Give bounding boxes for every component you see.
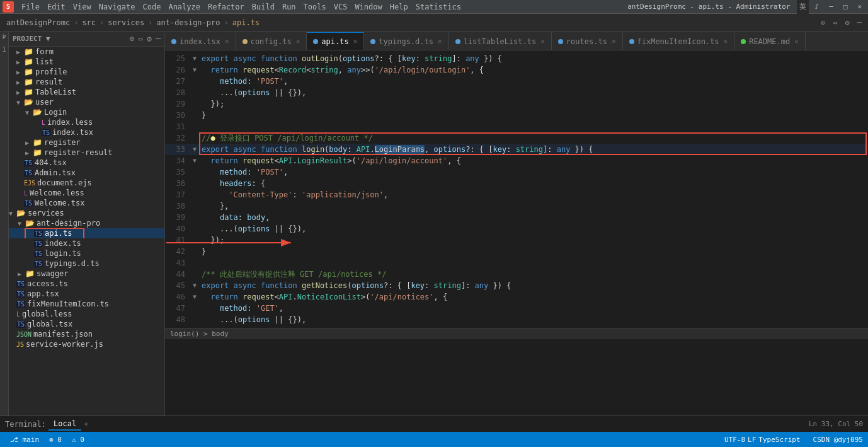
tab-close[interactable]: ✕ [794, 37, 799, 45]
breadcrumb-project[interactable]: antDesignPromc [5, 18, 71, 27]
breadcrumb-current[interactable]: api.ts [231, 18, 261, 27]
sidebar-action-settings[interactable]: ⚙ [147, 34, 152, 44]
tree-item[interactable]: ▶ TS fixMenuItemIcon.ts [9, 299, 164, 309]
tree-item-services[interactable]: ▼ 📂 services [9, 208, 164, 218]
right-icon-1[interactable]: 英 [797, 0, 809, 15]
tree-item[interactable]: ▶ TS index.tsx [9, 127, 164, 137]
folder-icon: 📂 [24, 98, 33, 107]
tree-item[interactable]: ▶ TS access.ts [9, 279, 164, 289]
breadcrumb-action-2[interactable]: ⇔ [831, 18, 838, 27]
code-line-43: 43 [165, 257, 868, 269]
breadcrumb-src[interactable]: src [81, 18, 97, 27]
breadcrumb-action-1[interactable]: ⊕ [819, 18, 826, 27]
tree-item[interactable]: ▶ JS service-worker.js [9, 339, 164, 349]
tree-item[interactable]: ▶ 📁 list [9, 57, 164, 67]
tree-item[interactable]: ▶ JSON manifest.json [9, 329, 164, 339]
tab-fix-menu[interactable]: fixMenuItemIcon.ts ✕ [623, 32, 735, 50]
menu-refactor[interactable]: Refactor [204, 0, 248, 14]
menu-tools[interactable]: Tools [300, 0, 330, 14]
status-csdn: CSDN @dyj095 [813, 436, 863, 444]
activity-1[interactable]: 1 [2, 45, 6, 54]
right-icon-minimize[interactable]: ─ [825, 0, 837, 14]
tab-close[interactable]: ✕ [296, 37, 300, 45]
tab-config-ts[interactable]: config.ts ✕ [236, 32, 307, 50]
tree-item[interactable]: ▶ 📁 register [9, 137, 164, 148]
menu-vcs[interactable]: VCS [330, 0, 351, 14]
tab-api-ts[interactable]: api.ts ✕ [307, 32, 364, 50]
menu-build[interactable]: Build [248, 0, 278, 14]
tree-item[interactable]: ▶ TS Admin.tsx [9, 168, 164, 178]
menu-analyze[interactable]: Analyze [164, 0, 204, 14]
menu-navigate[interactable]: Navigate [95, 0, 139, 14]
tree-item[interactable]: ▶ TS app.tsx [9, 289, 164, 299]
tree-label: app.tsx [27, 289, 59, 298]
menu-code[interactable]: Code [139, 0, 165, 14]
right-icon-close[interactable]: ✕ [854, 0, 865, 14]
tab-close[interactable]: ✕ [612, 37, 616, 45]
tree-item[interactable]: ▼ 📂 Login [9, 107, 164, 117]
tree-item[interactable]: ▶ TS index.ts [9, 238, 164, 248]
tab-close[interactable]: ✕ [724, 37, 728, 45]
sidebar-action-close[interactable]: ─ [156, 34, 161, 44]
code-line-39: 39 data: body, [165, 212, 868, 223]
tree-item[interactable]: ▶ L global.less [9, 309, 164, 319]
tree-item[interactable]: ▶ EJS document.ejs [9, 178, 164, 188]
right-icon-maximize[interactable]: □ [840, 0, 852, 14]
sidebar-action-locate[interactable]: ⊕ [130, 34, 135, 44]
menu-statistics[interactable]: Statistics [412, 0, 465, 14]
sidebar-actions: ⊕ ⇔ ⚙ ─ [130, 34, 161, 44]
tree-item[interactable]: ▶ TS login.ts [9, 248, 164, 258]
code-editor[interactable]: 25 ▼ export async function outLogin(opti… [165, 50, 868, 415]
menu-window[interactable]: Window [351, 0, 385, 14]
tab-close[interactable]: ✕ [540, 37, 545, 45]
terminal-ln-col: Ln 33, Col 50 [809, 420, 863, 428]
tree-item-ant-design-pro[interactable]: ▼ 📂 ant-design-pro [9, 218, 164, 228]
tree-item[interactable]: ▶ L Welcome.less [9, 188, 164, 198]
menu-edit[interactable]: Edit [43, 0, 69, 14]
tree-item-swagger[interactable]: ▶ 📁 swagger [9, 269, 164, 279]
tree-item[interactable]: ▶ 📁 form [9, 47, 164, 57]
tab-close[interactable]: ✕ [353, 37, 358, 45]
tab-close[interactable]: ✕ [438, 37, 442, 45]
status-encoding[interactable]: UTF-8 [724, 436, 745, 444]
tree-item[interactable]: ▶ 📁 TableList [9, 87, 164, 97]
sidebar-header: Project ▼ ⊕ ⇔ ⚙ ─ [9, 32, 164, 47]
tab-routes[interactable]: routes.ts ✕ [552, 32, 623, 50]
tab-close[interactable]: ✕ [225, 37, 229, 45]
tree-item[interactable]: ▶ 📁 result [9, 77, 164, 87]
tab-readme[interactable]: README.md ✕ [734, 32, 806, 50]
breadcrumb-ant-design-pro[interactable]: ant-design-pro [155, 18, 221, 27]
tree-item[interactable]: ▶ L index.less [9, 117, 164, 127]
breadcrumb-action-3[interactable]: ⚙ [844, 18, 851, 27]
tree-item[interactable]: ▶ TS Welcome.tsx [9, 198, 164, 208]
tree-item-api-ts[interactable]: ▶ TS api.ts [9, 228, 164, 238]
tree-label: register [44, 138, 81, 147]
breadcrumb-action-4[interactable]: ─ [856, 18, 863, 27]
tab-index-tsx[interactable]: index.tsx ✕ [165, 32, 236, 50]
file-type-icon: TS [24, 160, 33, 166]
menu-file[interactable]: File [18, 0, 43, 14]
tree-item[interactable]: ▼ 📂 user [9, 97, 164, 107]
breadcrumb-services[interactable]: services [106, 18, 146, 27]
menu-help[interactable]: Help [386, 0, 412, 14]
tree-item[interactable]: ▶ TS global.tsx [9, 319, 164, 329]
right-icon-2[interactable]: ♪ [811, 0, 823, 14]
terminal-add[interactable]: + [84, 420, 88, 429]
terminal-tab[interactable]: Local [49, 418, 81, 431]
tree-item[interactable]: ▶ 📁 profile [9, 67, 164, 77]
status-line-ending[interactable]: LF [748, 436, 756, 444]
tab-list-table[interactable]: listTableList.ts ✕ [449, 32, 552, 50]
menu-view[interactable]: View [69, 0, 95, 14]
tree-item[interactable]: ▶ TS 404.tsx [9, 158, 164, 168]
tree-label: form [35, 47, 54, 56]
tree-item[interactable]: ▶ TS typings.d.ts [9, 258, 164, 269]
sidebar-action-collapse[interactable]: ⇔ [139, 34, 144, 44]
menu-run[interactable]: Run [278, 0, 300, 14]
status-git[interactable]: ⎇ main [5, 436, 44, 444]
tab-label: fixMenuItemIcon.ts [637, 37, 719, 46]
chevron-icon: ▶ [25, 149, 31, 156]
tree-item[interactable]: ▶ 📁 register-result [9, 148, 164, 158]
activity-project[interactable]: P [3, 34, 6, 40]
status-language[interactable]: TypeScript [758, 436, 800, 444]
tab-typings[interactable]: typings.d.ts ✕ [364, 32, 448, 50]
